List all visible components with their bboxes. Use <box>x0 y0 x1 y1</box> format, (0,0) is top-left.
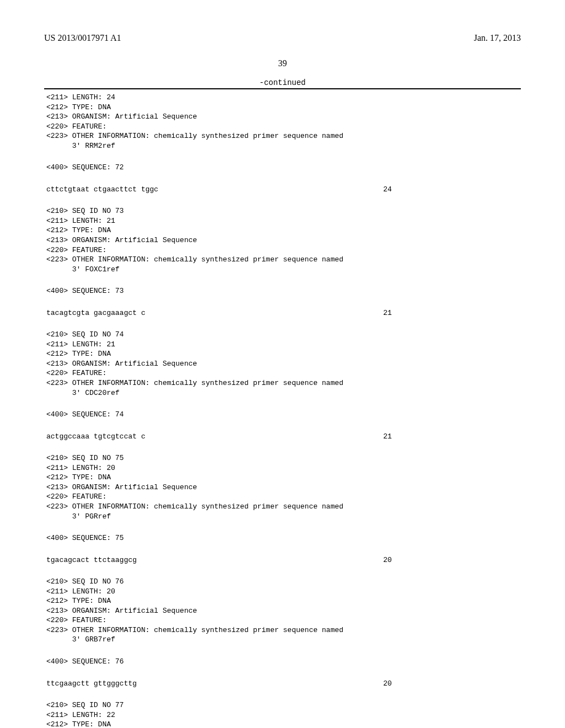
sequence-entry: <210> SEQ ID NO 74 <211> LENGTH: 21 <212… <box>46 330 519 441</box>
sequence-text: actggccaaa tgtcgtccat c <box>46 432 145 442</box>
sequence-meta: <211> LENGTH: 24 <212> TYPE: DNA <213> O… <box>46 93 519 151</box>
sequence-meta: <210> SEQ ID NO 75 <211> LENGTH: 20 <212… <box>46 453 519 521</box>
publication-id: US 2013/0017971 A1 <box>44 33 121 43</box>
publication-date: Jan. 17, 2013 <box>474 33 521 43</box>
sequence-entry: <210> SEQ ID NO 76 <211> LENGTH: 20 <212… <box>46 577 519 688</box>
sequence-label: <400> SEQUENCE: 75 <box>46 533 519 543</box>
sequence-meta: <210> SEQ ID NO 74 <211> LENGTH: 21 <212… <box>46 330 519 398</box>
sequence-data-row: actggccaaa tgtcgtccat c 21 <box>46 432 519 442</box>
page-header: US 2013/0017971 A1 Jan. 17, 2013 <box>44 33 521 43</box>
sequence-data-row: tgacagcact ttctaaggcg 20 <box>46 555 519 565</box>
sequence-length: 24 <box>383 185 392 195</box>
sequence-length: 20 <box>383 679 392 689</box>
sequence-data-row: ttcgaagctt gttgggcttg 20 <box>46 679 519 689</box>
sequence-listing: <211> LENGTH: 24 <212> TYPE: DNA <213> O… <box>44 93 521 728</box>
sequence-label: <400> SEQUENCE: 74 <box>46 410 519 420</box>
sequence-entry: <210> SEQ ID NO 77 <211> LENGTH: 22 <212… <box>46 700 519 728</box>
sequence-text: tgacagcact ttctaaggcg <box>46 555 137 565</box>
sequence-length: 21 <box>383 308 392 318</box>
page-number: 39 <box>44 58 521 68</box>
sequence-text: ttcgaagctt gttgggcttg <box>46 679 137 689</box>
sequence-meta: <210> SEQ ID NO 77 <211> LENGTH: 22 <212… <box>46 700 519 728</box>
sequence-data-row: tacagtcgta gacgaaagct c 21 <box>46 308 519 318</box>
sequence-meta: <210> SEQ ID NO 76 <211> LENGTH: 20 <212… <box>46 577 519 645</box>
sequence-label: <400> SEQUENCE: 73 <box>46 286 519 296</box>
sequence-entry: <210> SEQ ID NO 73 <211> LENGTH: 21 <212… <box>46 206 519 318</box>
sequence-entry: <211> LENGTH: 24 <212> TYPE: DNA <213> O… <box>46 93 519 194</box>
separator-line <box>44 88 521 89</box>
sequence-label: <400> SEQUENCE: 76 <box>46 657 519 667</box>
sequence-length: 21 <box>383 432 392 442</box>
sequence-data-row: cttctgtaat ctgaacttct tggc 24 <box>46 185 519 195</box>
sequence-text: tacagtcgta gacgaaagct c <box>46 308 145 318</box>
sequence-meta: <210> SEQ ID NO 73 <211> LENGTH: 21 <212… <box>46 206 519 274</box>
sequence-label: <400> SEQUENCE: 72 <box>46 163 519 173</box>
sequence-text: cttctgtaat ctgaacttct tggc <box>46 185 158 195</box>
sequence-entry: <210> SEQ ID NO 75 <211> LENGTH: 20 <212… <box>46 453 519 565</box>
continued-label: -continued <box>44 78 521 87</box>
sequence-length: 20 <box>383 555 392 565</box>
